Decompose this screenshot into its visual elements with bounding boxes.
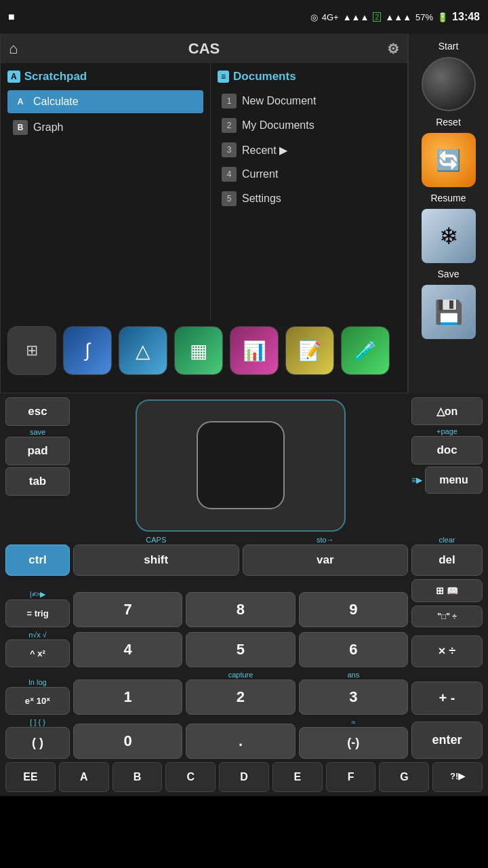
calculate-badge: A [13, 94, 28, 109]
neg-button[interactable]: (-) [299, 727, 408, 759]
reset-label: Reset [436, 117, 461, 127]
doc-recent[interactable]: 3 Recent ▶ [218, 139, 401, 161]
doc-my-badge: 2 [222, 118, 237, 133]
touchpad-area[interactable] [74, 397, 407, 533]
num2-button[interactable]: 2 [186, 679, 295, 715]
template-button[interactable]: ⊞ 📖 [411, 579, 483, 602]
row-456: n√x √ ^ x² 4 5 6 × ÷ [5, 631, 483, 667]
ee-button[interactable]: EE [5, 762, 56, 792]
start-button[interactable] [422, 57, 476, 111]
data-app-icon[interactable]: 📊 [230, 326, 279, 375]
ex-label: eˣ [25, 696, 34, 706]
num5-button[interactable]: 5 [186, 632, 295, 667]
c-button[interactable]: C [165, 762, 216, 792]
sqrt-label: n√x √ [28, 631, 47, 639]
doc-current[interactable]: 4 Current [218, 163, 401, 185]
esc-button[interactable]: esc [5, 397, 70, 426]
graph-badge: B [13, 120, 28, 135]
multiply-divide-button[interactable]: × ÷ [411, 635, 483, 667]
doc-current-badge: 4 [222, 167, 237, 182]
d-button[interactable]: D [219, 762, 269, 792]
plus-minus-button[interactable]: + - [411, 682, 483, 715]
geometry-app-icon[interactable]: △ [119, 326, 167, 375]
doc-current-label: Current [242, 168, 278, 180]
b-button[interactable]: B [113, 762, 163, 792]
touchpad[interactable] [136, 399, 346, 532]
on-button[interactable]: △on [411, 397, 483, 425]
doc-recent-label: Recent ▶ [242, 144, 287, 157]
scratchpad-calculate[interactable]: A Calculate [7, 90, 203, 113]
scratchpad-section: A Scratchpad A Calculate B Graph [1, 63, 211, 321]
special-button[interactable]: ?!▶ [432, 762, 483, 792]
var-button[interactable]: var [243, 545, 409, 576]
ln-log-label: ln log [28, 678, 46, 686]
ctrl-button[interactable]: ctrl [5, 545, 70, 576]
num9-button[interactable]: 9 [299, 592, 408, 627]
scratchpad-graph[interactable]: B Graph [7, 116, 203, 139]
tab-button[interactable]: tab [5, 467, 70, 496]
num6-button[interactable]: 6 [299, 632, 408, 667]
scratchpad-icon: A [7, 71, 20, 83]
signal-icon: ▲▲▲ [343, 12, 369, 22]
neq-label: |≠>▶ [30, 590, 45, 599]
cas-main: ⌂ CAS ⚙ A Scratchpad A Calculate B Graph [0, 34, 408, 393]
settings-icon[interactable]: ⚙ [387, 41, 399, 57]
g-button[interactable]: G [379, 762, 429, 792]
num0-button[interactable]: 0 [73, 724, 182, 759]
power-button[interactable]: ^ x² [5, 639, 70, 667]
tenx-label: 10ˣ [37, 696, 50, 706]
doc-settings-label: Settings [242, 193, 281, 205]
num1-button[interactable]: 1 [73, 679, 182, 715]
menu-button[interactable]: menu [425, 467, 483, 494]
num8-button[interactable]: 8 [186, 592, 295, 627]
status-bar: ■ ◎ 4G+ ▲▲▲ 2 ▲▲▲ 57% 🔋 13:48 [0, 0, 488, 34]
doc-button[interactable]: doc [411, 436, 483, 465]
home-icon[interactable]: ⌂ [9, 40, 18, 58]
touchpad-center[interactable] [197, 421, 285, 509]
a-button[interactable]: A [59, 762, 109, 792]
graph-app-icon[interactable]: ∫ [63, 326, 112, 375]
eq-trig-button[interactable]: = trig [5, 599, 70, 627]
calculator-section: esc save pad tab △on +page doc ≡▶ menu [0, 393, 488, 796]
start-label: Start [439, 41, 459, 52]
f-button[interactable]: F [326, 762, 376, 792]
alpha-row: EE A B C D E F G ?!▶ [5, 762, 483, 792]
book-icon: 📖 [447, 585, 458, 596]
x2-label: x² [37, 648, 45, 658]
doc-settings[interactable]: 5 Settings [218, 188, 401, 210]
science-app-icon[interactable]: 🧪 [341, 326, 390, 375]
dot-button[interactable]: . [186, 724, 295, 759]
e-button[interactable]: E [272, 762, 323, 792]
doc-my[interactable]: 2 My Documents [218, 115, 401, 136]
num7-button[interactable]: 7 [73, 592, 182, 627]
spreadsheet-app-icon[interactable]: ▦ [174, 326, 223, 375]
exp-button[interactable]: eˣ 10ˣ [5, 687, 70, 715]
pad-button[interactable]: pad [5, 437, 70, 465]
num3-button[interactable]: 3 [299, 679, 408, 715]
row-789: |≠>▶ = trig 7 8 9 ⊞ 📖 "□" ÷ [5, 579, 483, 627]
doc-new-badge: 1 [222, 94, 237, 108]
notes-app-icon[interactable]: 📝 [285, 326, 334, 375]
carrier-icon: ■ [8, 11, 15, 23]
save-sub-label: save [30, 428, 45, 436]
trig-label: trig [35, 608, 49, 618]
braces-label: [ ] { } [30, 718, 45, 726]
cas-panel: ⌂ CAS ⚙ A Scratchpad A Calculate B Graph [0, 34, 488, 393]
doc-new[interactable]: 1 New Document [218, 90, 401, 112]
signal3-icon: ▲▲▲ [385, 12, 411, 22]
resume-button[interactable]: ❄ [422, 209, 476, 263]
enter-button[interactable]: enter [411, 722, 483, 759]
doc-my-label: My Documents [242, 119, 314, 132]
parens-button[interactable]: ( ) [5, 727, 70, 759]
reset-icon: 🔄 [436, 149, 461, 172]
bracket-template[interactable]: "□" ÷ [411, 606, 483, 627]
calc-app-icon[interactable]: ⊞ [7, 326, 56, 375]
caps-label: CAPS [146, 536, 166, 544]
save-button[interactable]: 💾 [422, 285, 476, 339]
del-button[interactable]: del [411, 545, 483, 576]
num4-button[interactable]: 4 [73, 632, 182, 667]
documents-label: Documents [233, 70, 296, 83]
reset-button[interactable]: 🔄 [422, 133, 476, 187]
documents-title: ≡ Documents [218, 70, 401, 83]
shift-button[interactable]: shift [73, 545, 239, 576]
